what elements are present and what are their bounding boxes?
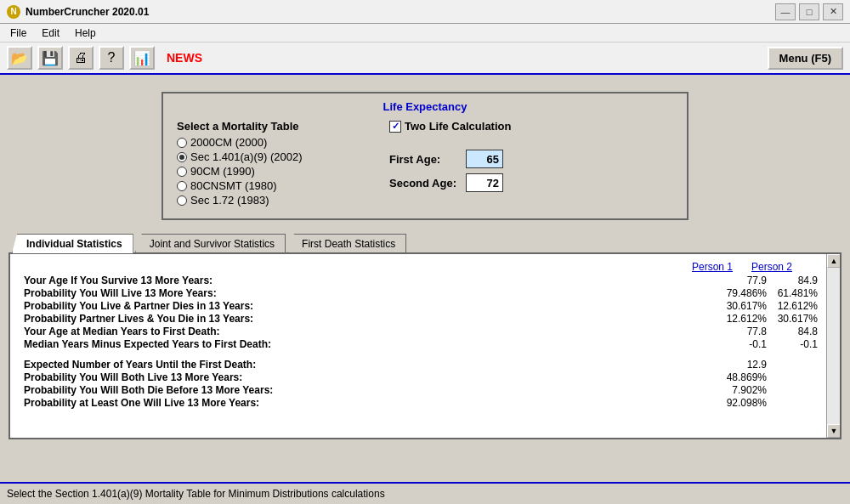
stat-label-8: Probability You Will Both Die Before 13 … xyxy=(24,384,716,396)
radio-circle-80cnsmt xyxy=(177,181,187,191)
mortality-label: Select a Mortality Table xyxy=(177,120,347,133)
stat-val2-5: -0.1 xyxy=(775,338,826,350)
stat-row-live-partner-dies: Probability You Live & Partner Dies in 1… xyxy=(24,300,826,312)
radio-80cnsmt[interactable]: 80CNSMT (1980) xyxy=(177,179,347,192)
title-bar-left: N NumberCruncher 2020.01 xyxy=(7,5,149,19)
radio-label-2000cm: 2000CM (2000) xyxy=(190,136,267,149)
stat-val1-9: 92.098% xyxy=(716,397,775,409)
stat-label-7: Probability You Will Both Live 13 More Y… xyxy=(24,371,716,383)
stat-val1-6: 12.9 xyxy=(716,359,775,371)
radio-label-sec1401: Sec 1.401(a)(9) (2002) xyxy=(190,150,303,163)
radio-circle-90cm xyxy=(177,167,187,177)
radio-2000cm[interactable]: 2000CM (2000) xyxy=(177,136,347,149)
news-label: NEWS xyxy=(167,51,202,65)
le-panel-title: Life Expectancy xyxy=(177,100,673,113)
maximize-button[interactable]: □ xyxy=(799,3,819,20)
stat-val2-3: 30.617% xyxy=(775,313,826,325)
tab-joint-survivor-statistics[interactable]: Joint and Survivor Statistics xyxy=(135,234,286,253)
stat-row-median-age: Your Age at Median Years to First Death:… xyxy=(24,326,826,337)
status-text: Select the Section 1.401(a)(9) Mortality… xyxy=(7,488,385,500)
stat-val1-7: 48.869% xyxy=(716,371,775,383)
stat-row-both-live: Probability You Will Both Live 13 More Y… xyxy=(24,371,826,383)
title-bar-text: NumberCruncher 2020.01 xyxy=(26,6,149,18)
stat-val2-4: 84.8 xyxy=(775,326,826,337)
stat-val1-8: 7.902% xyxy=(716,384,775,396)
stat-row-age-survive: Your Age If You Survive 13 More Years: 7… xyxy=(24,275,826,286)
radio-circle-sec172 xyxy=(177,195,187,206)
stat-row-median-minus-expected: Median Years Minus Expected Years to Fir… xyxy=(24,338,826,350)
menu-f5-button[interactable]: Menu (F5) xyxy=(768,47,843,70)
stat-row-partner-lives-you-die: Probability Partner Lives & You Die in 1… xyxy=(24,313,826,325)
stat-row-both-die: Probability You Will Both Die Before 13 … xyxy=(24,384,826,396)
stat-val1-2: 30.617% xyxy=(716,300,775,312)
second-age-label: Second Age: xyxy=(389,177,466,190)
print-button[interactable]: 🖨 xyxy=(68,46,94,70)
stat-val1-1: 79.486% xyxy=(716,287,775,299)
two-life-section: ✓ Two Life Calculation First Age: 65 Sec… xyxy=(389,120,511,208)
stat-row-expected-years: Expected Number of Years Until the First… xyxy=(24,359,826,371)
column-headers: Person 1 Person 2 xyxy=(24,261,826,273)
stat-val1-5: -0.1 xyxy=(716,338,775,350)
radio-90cm[interactable]: 90CM (1990) xyxy=(177,165,347,178)
stats-content: Person 1 Person 2 Your Age If You Surviv… xyxy=(10,254,840,438)
chart-button[interactable]: 📊 xyxy=(129,46,155,70)
stat-val1-4: 77.8 xyxy=(716,326,775,337)
stat-val2-0: 84.9 xyxy=(775,275,826,286)
minimize-button[interactable]: — xyxy=(775,3,796,20)
save-button[interactable]: 💾 xyxy=(37,46,63,70)
title-bar: N NumberCruncher 2020.01 — □ ✕ xyxy=(0,0,850,24)
menu-bar: File Edit Help xyxy=(0,24,850,42)
close-button[interactable]: ✕ xyxy=(823,3,843,20)
stat-label-6: Expected Number of Years Until the First… xyxy=(24,359,716,371)
menu-help[interactable]: Help xyxy=(68,25,103,41)
stat-label-4: Your Age at Median Years to First Death: xyxy=(24,326,716,337)
radio-label-80cnsmt: 80CNSMT (1980) xyxy=(190,179,277,192)
scrollbar: ▲ ▼ xyxy=(826,254,840,438)
stat-spacer xyxy=(24,351,826,358)
stat-label-9: Probability at Least One Will Live 13 Mo… xyxy=(24,397,716,409)
two-life-checkbox[interactable]: ✓ xyxy=(389,121,401,133)
stat-row-prob-live: Probability You Will Live 13 More Years:… xyxy=(24,287,826,299)
mortality-section: Select a Mortality Table 2000CM (2000) S… xyxy=(177,120,347,208)
first-age-input[interactable]: 65 xyxy=(466,150,503,168)
stat-label-2: Probability You Live & Partner Dies in 1… xyxy=(24,300,716,312)
tab-individual-statistics[interactable]: Individual Statistics xyxy=(12,234,133,253)
life-expectancy-panel: Life Expectancy Select a Mortality Table… xyxy=(162,92,688,220)
radio-label-sec172: Sec 1.72 (1983) xyxy=(190,194,269,207)
radio-sec172[interactable]: Sec 1.72 (1983) xyxy=(177,194,347,207)
open-button[interactable]: 📂 xyxy=(7,46,32,70)
stat-val2-2: 12.612% xyxy=(775,300,826,312)
stat-val1-0: 77.9 xyxy=(716,275,775,286)
first-age-row: First Age: 65 xyxy=(389,150,511,168)
main-content: Life Expectancy Select a Mortality Table… xyxy=(0,75,850,482)
toolbar: 📂 💾 🖨 ? 📊 NEWS Menu (F5) xyxy=(0,42,850,75)
stat-val1-3: 12.612% xyxy=(716,313,775,325)
scroll-down-button[interactable]: ▼ xyxy=(827,424,841,438)
stat-label-0: Your Age If You Survive 13 More Years: xyxy=(24,275,716,286)
help-button[interactable]: ? xyxy=(99,46,124,70)
radio-label-90cm: 90CM (1990) xyxy=(190,165,255,178)
menu-file[interactable]: File xyxy=(3,25,33,41)
two-life-checkbox-row[interactable]: ✓ Two Life Calculation xyxy=(389,120,511,133)
tabs-container: Individual Statistics Joint and Survivor… xyxy=(8,234,842,253)
stat-label-3: Probability Partner Lives & You Die in 1… xyxy=(24,313,716,325)
stat-val2-1: 61.481% xyxy=(775,287,826,299)
second-age-input[interactable]: 72 xyxy=(466,173,503,192)
first-age-label: First Age: xyxy=(389,153,466,166)
radio-circle-2000cm xyxy=(177,138,187,148)
stat-label-1: Probability You Will Live 13 More Years: xyxy=(24,287,716,299)
scroll-up-button[interactable]: ▲ xyxy=(827,254,841,268)
scroll-track[interactable] xyxy=(827,268,840,424)
status-bar: Select the Section 1.401(a)(9) Mortality… xyxy=(0,482,850,504)
radio-sec1401[interactable]: Sec 1.401(a)(9) (2002) xyxy=(177,150,347,163)
tab-first-death-statistics[interactable]: First Death Statistics xyxy=(287,234,406,253)
stat-label-5: Median Years Minus Expected Years to Fir… xyxy=(24,338,716,350)
radio-circle-sec1401 xyxy=(177,152,187,162)
second-age-row: Second Age: 72 xyxy=(389,173,511,192)
two-life-label: Two Life Calculation xyxy=(405,120,511,133)
le-body: Select a Mortality Table 2000CM (2000) S… xyxy=(177,120,673,208)
menu-edit[interactable]: Edit xyxy=(35,25,66,41)
title-bar-controls: — □ ✕ xyxy=(775,3,843,20)
stats-panel: Person 1 Person 2 Your Age If You Surviv… xyxy=(8,252,842,439)
person2-header: Person 2 xyxy=(733,261,792,273)
